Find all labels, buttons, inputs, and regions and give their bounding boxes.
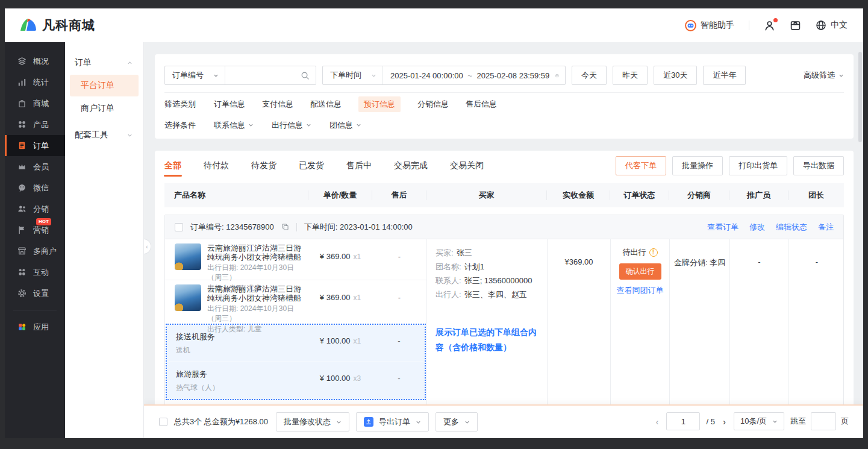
tab-closed[interactable]: 交易关闭 (450, 151, 484, 181)
service-row: 接送机服务 送机 ¥ 100.00x1 - (167, 325, 425, 362)
status-text: 待出行 (623, 247, 646, 258)
sidebar-item-marketing[interactable]: 营销 HOT (5, 219, 65, 240)
category-distribution-info[interactable]: 分销信息 (417, 99, 449, 110)
sidebar-item-product[interactable]: 产品 (5, 114, 65, 135)
time-type-select[interactable]: 下单时间 (323, 66, 383, 84)
promoter-cell: - (729, 239, 788, 405)
search-type-select[interactable]: 订单编号 (165, 66, 225, 84)
col-price-qty: 单价/数量 (308, 190, 372, 200)
vertical-scrollbar[interactable] (858, 52, 862, 142)
submenu-item-merchant-orders[interactable]: 商户订单 (70, 98, 139, 119)
view-order-link[interactable]: 查看订单 (707, 222, 738, 233)
condition-group[interactable]: 团信息 (329, 120, 361, 131)
category-aftersale-info[interactable]: 售后信息 (466, 99, 497, 110)
sidebar-item-interaction[interactable]: 互动 (5, 262, 65, 283)
date-range-value[interactable]: 2025-01-24 00:00:00 ~ 2025-02-08 23:59:5… (383, 71, 555, 80)
order-checkbox[interactable] (175, 223, 183, 231)
app-window: 凡科商城 智能助手 (5, 8, 863, 438)
batch-modify-status-dropdown[interactable]: 批量修改状态 (276, 412, 349, 432)
tab-completed[interactable]: 交易完成 (394, 151, 428, 181)
export-data-button[interactable]: 导出数据 (793, 156, 844, 175)
service-price: ¥ 100.00 (320, 374, 351, 383)
sidebar-item-members[interactable]: 会员 (5, 156, 65, 177)
amount-cell: ¥369.00 (547, 239, 610, 405)
product-price: ¥ 369.00 (320, 252, 351, 261)
product-thumbnail (175, 243, 201, 270)
main-area: ‹ 订单编号 (144, 42, 863, 438)
notification-dot (773, 18, 778, 22)
jump-page-input[interactable] (811, 412, 836, 430)
account-button[interactable] (764, 20, 775, 31)
order-time-label: 下单时间: (304, 222, 338, 231)
distributor-cell: 金牌分销: 李四 (669, 239, 729, 405)
service-title: 旅游服务 (176, 369, 308, 380)
batch-operations-button[interactable]: 批量操作 (672, 156, 723, 175)
confirm-departure-button[interactable]: 确认出行 (619, 263, 661, 280)
products-column: 云南旅游丽江泸沽湖三日游纯玩商务小团女神湾猪槽船360度环湖 出行日期: 202… (165, 239, 426, 405)
tab-aftersale[interactable]: 售后中 (346, 151, 372, 181)
order-time: 2023-01-01 14:00:00 (340, 222, 413, 231)
next-page-button[interactable]: › (721, 416, 728, 427)
sidebar-item-apps[interactable]: 应用 (5, 316, 65, 338)
date-range-control: 下单时间 2025-01-24 00:00:00 ~ 2025-02-08 23… (322, 66, 566, 85)
category-payment-info[interactable]: 支付信息 (262, 99, 293, 110)
select-all-checkbox[interactable] (159, 418, 167, 426)
product-title: 云南旅游丽江泸沽湖三日游纯玩商务小团女神湾猪槽船360度环湖 (207, 284, 302, 303)
sidebar-item-mall[interactable]: 商城 (5, 93, 65, 114)
language-label: 中文 (831, 20, 848, 31)
search-input[interactable] (225, 66, 301, 84)
prev-page-button[interactable]: ‹ (654, 416, 660, 427)
advanced-filter-toggle[interactable]: 高级筛选 (804, 70, 844, 81)
product-title: 云南旅游丽江泸沽湖三日游纯玩商务小团女神湾猪槽船360度环湖 (207, 243, 302, 262)
logo: 凡科商城 (19, 17, 95, 34)
page-size-select[interactable]: 10条/页 (734, 412, 784, 430)
more-dropdown[interactable]: 更多 (436, 412, 478, 432)
sidebar-item-multi-merchant[interactable]: 多商户 (5, 240, 65, 262)
warning-icon: ! (649, 248, 658, 257)
remark-link[interactable]: 备注 (818, 222, 834, 233)
apps-colorful-icon (17, 322, 27, 331)
order-body: 云南旅游丽江泸沽湖三日游纯玩商务小团女神湾猪槽船360度环湖 出行日期: 202… (165, 239, 843, 405)
quick-range-today[interactable]: 今天 (572, 66, 607, 85)
bar-chart-icon (17, 78, 27, 87)
submenu-group-tools[interactable]: 配套工具 (65, 124, 143, 146)
category-booking-info[interactable]: 预订信息 (358, 96, 401, 112)
workbench-button[interactable] (790, 20, 801, 31)
current-page-input[interactable] (666, 412, 700, 430)
modify-link[interactable]: 修改 (749, 222, 765, 233)
sidebar-item-distribution[interactable]: 分销 (5, 198, 65, 219)
submenu-group-orders[interactable]: 订单 (65, 52, 143, 74)
category-order-info[interactable]: 订单信息 (214, 99, 245, 110)
sidebar-item-orders[interactable]: 订单 (5, 135, 65, 156)
copy-icon[interactable] (281, 223, 289, 231)
language-switcher[interactable]: 中文 (816, 20, 848, 31)
quick-range-30days[interactable]: 近30天 (654, 66, 697, 85)
sidebar-item-wechat[interactable]: 微信 (5, 177, 65, 198)
calendar-icon (555, 71, 559, 80)
category-row-label: 筛选类别 (164, 99, 202, 110)
condition-contact[interactable]: 联系信息 (214, 120, 254, 131)
print-shipping-slip-button[interactable]: 打印出货单 (729, 156, 787, 175)
view-same-group-orders-link[interactable]: 查看同团订单 (617, 285, 664, 296)
sidebar-item-stats[interactable]: 统计 (5, 72, 65, 93)
page-unit-label: 页 (841, 416, 849, 427)
place-order-for-customer-button[interactable]: 代客下单 (616, 156, 666, 175)
quick-range-half-year[interactable]: 近半年 (703, 66, 746, 85)
sidebar-divider (13, 310, 57, 310)
tab-shipped[interactable]: 已发货 (299, 151, 324, 181)
tab-pending-payment[interactable]: 待付款 (204, 151, 229, 181)
quick-range-yesterday[interactable]: 昨天 (613, 66, 648, 85)
submenu-item-platform-orders[interactable]: 平台订单 (70, 75, 139, 96)
tab-pending-shipment[interactable]: 待发货 (251, 151, 276, 181)
product-travel-date: 出行日期: 2024年10月30日（周三） (207, 263, 302, 282)
edit-status-link[interactable]: 编辑状态 (776, 222, 807, 233)
export-orders-dropdown[interactable]: 导出订单 (356, 412, 429, 432)
tab-all[interactable]: 全部 (164, 151, 181, 181)
status-cell: 待出行 ! 确认出行 查看同团订单 (610, 239, 669, 405)
sidebar-item-overview[interactable]: 概况 (5, 51, 65, 72)
category-delivery-info[interactable]: 配送信息 (310, 99, 342, 110)
sidebar-item-settings[interactable]: 设置 (5, 283, 65, 304)
ai-assistant-button[interactable]: 智能助手 (685, 20, 734, 31)
storefront-icon (17, 246, 27, 256)
condition-travel[interactable]: 出行信息 (272, 120, 311, 131)
